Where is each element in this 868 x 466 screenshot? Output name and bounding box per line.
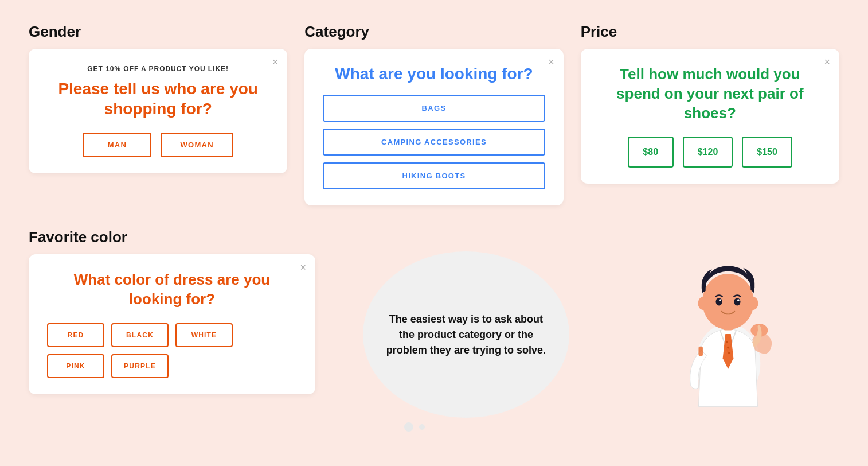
- svg-rect-13: [698, 347, 703, 356]
- color-white-button[interactable]: WHITE: [175, 323, 233, 347]
- color-purple-button[interactable]: PURPLE: [111, 354, 169, 378]
- svg-point-9: [734, 298, 740, 305]
- price-question: Tell how much would you spend on your ne…: [599, 65, 821, 123]
- price-section: Price × Tell how much would you spend on…: [581, 23, 839, 205]
- gender-buttons-group: MAN WOMAN: [47, 133, 269, 157]
- bubble-dot-small: [419, 424, 425, 430]
- character-illustration-section: [617, 240, 839, 412]
- price-close-button[interactable]: ×: [824, 57, 830, 67]
- price-options-group: $80 $120 $150: [599, 137, 821, 168]
- svg-point-7: [749, 297, 758, 310]
- favorite-color-card: × What color of dress are you looking fo…: [29, 254, 315, 394]
- category-title: Category: [304, 23, 563, 41]
- price-120-button[interactable]: $120: [683, 137, 733, 168]
- favorite-color-close-button[interactable]: ×: [300, 262, 306, 273]
- svg-point-10: [719, 299, 721, 301]
- price-card: × Tell how much would you spend on your …: [581, 49, 839, 184]
- gender-woman-button[interactable]: WOMAN: [161, 133, 233, 157]
- svg-point-3: [728, 352, 730, 354]
- category-card: × What are you looking for? BAGS CAMPING…: [304, 49, 563, 205]
- gender-close-button[interactable]: ×: [272, 57, 279, 67]
- color-black-button[interactable]: BLACK: [111, 323, 169, 347]
- category-options-group: BAGS CAMPING ACCESSORIES HIKING BOOTS: [323, 95, 545, 189]
- svg-point-6: [698, 297, 707, 310]
- category-section: Category × What are you looking for? BAG…: [304, 23, 563, 205]
- favorite-color-title: Favorite color: [29, 228, 315, 246]
- gender-promo-text: GET 10% OFF A PRODUCT YOU LIKE!: [47, 65, 269, 73]
- speech-bubble-section: The easiest way is to ask about the prod…: [333, 251, 600, 432]
- character-illustration: [654, 240, 803, 412]
- gender-man-button[interactable]: MAN: [83, 133, 151, 157]
- bubble-dot-large: [404, 422, 413, 432]
- speech-bubble: The easiest way is to ask about the prod…: [363, 251, 569, 418]
- color-pink-button[interactable]: PINK: [47, 354, 104, 378]
- gender-card: × GET 10% OFF A PRODUCT YOU LIKE! Please…: [29, 49, 287, 173]
- price-80-button[interactable]: $80: [628, 137, 674, 168]
- speech-bubble-text: The easiest way is to ask about the prod…: [386, 312, 546, 358]
- favorite-color-section: Favorite color × What color of dress are…: [29, 228, 315, 394]
- svg-point-5: [702, 274, 754, 330]
- svg-point-8: [715, 298, 722, 305]
- price-title: Price: [581, 23, 839, 41]
- price-150-button[interactable]: $150: [742, 137, 792, 168]
- category-hiking-button[interactable]: HIKING BOOTS: [323, 162, 545, 189]
- color-red-button[interactable]: RED: [47, 323, 104, 347]
- svg-point-2: [727, 347, 729, 349]
- color-question: What color of dress are you looking for?: [47, 270, 297, 309]
- gender-title: Gender: [29, 23, 287, 41]
- category-bags-button[interactable]: BAGS: [323, 95, 545, 122]
- color-options-group: RED BLACK WHITE PINK PURPLE: [47, 323, 297, 378]
- category-close-button[interactable]: ×: [548, 57, 554, 67]
- svg-point-1: [726, 341, 728, 343]
- gender-section: Gender × GET 10% OFF A PRODUCT YOU LIKE!…: [29, 23, 287, 205]
- gender-question: Please tell us who are you shopping for?: [47, 79, 269, 119]
- category-camping-button[interactable]: CAMPING ACCESSORIES: [323, 129, 545, 156]
- category-question: What are you looking for?: [323, 65, 545, 83]
- svg-point-11: [737, 299, 740, 301]
